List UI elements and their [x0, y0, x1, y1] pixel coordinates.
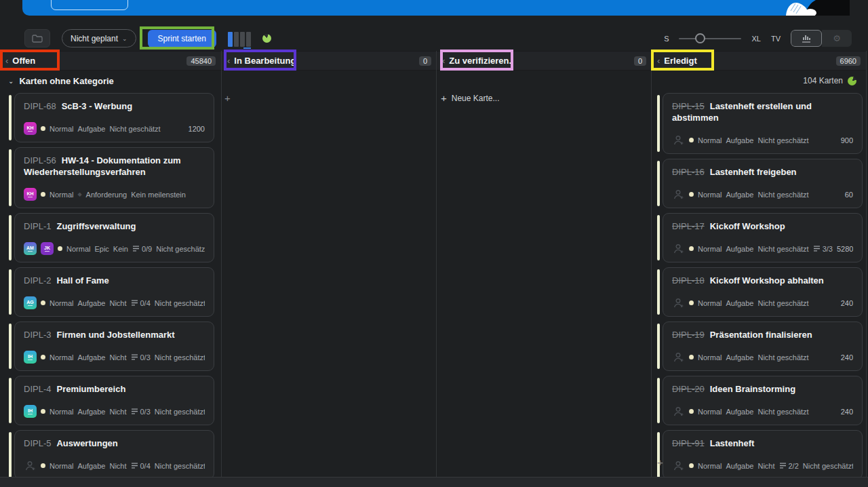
card-meta-item: Normal — [698, 462, 722, 470]
card-effort-value: 240 — [841, 353, 853, 362]
card-meta-item: Aufgabe — [77, 462, 105, 470]
card-head: DIPL-2Hall of Fame — [24, 275, 205, 286]
subtasks-count: 0/3 — [140, 408, 151, 416]
kanban-card[interactable]: DIPL-1ZugriffsverwaltungAMJKNormalEpicKe… — [14, 213, 214, 262]
assignee-placeholder-icon[interactable] — [672, 188, 685, 201]
avatar-am[interactable]: AM — [24, 242, 37, 255]
card-effort-value: 5280 — [837, 245, 853, 253]
kanban-card[interactable]: DIPL-91LastenheftNormalAufgabeNicht2/2Ni… — [663, 430, 863, 477]
subtasks-indicator: 0/4 — [131, 462, 151, 470]
column-header-erledigt[interactable]: ‹ Erledigt 6960 — [652, 51, 866, 71]
card-head: DIPL-68ScB-3 - Werbung — [24, 100, 205, 112]
collapse-column-icon[interactable]: ‹ — [227, 56, 230, 66]
kanban-card[interactable]: DIPL-68ScB-3 - WerbungKHNormalAufgabeNic… — [14, 93, 214, 142]
card-meta-item: Aufgabe — [726, 191, 753, 199]
collapse-section-icon[interactable]: ⌄ — [8, 77, 14, 85]
assignee-placeholder-icon[interactable] — [672, 351, 685, 364]
card-head: DIPL-18Kickoff Workshop abhalten — [672, 275, 853, 286]
add-card-button-erledigt[interactable]: + — [657, 456, 663, 468]
settings-button[interactable]: ⚙ — [822, 30, 852, 47]
column-header-zu-verifizieren[interactable]: ‹ Zu verifizieren. 0 — [437, 51, 652, 71]
subtasks-indicator: 3/3 — [813, 245, 833, 253]
column-header-in-bearbeitung[interactable]: ‹ In Bearbeitung 0 — [222, 51, 437, 71]
card-meta-item: Normal — [698, 245, 722, 253]
card-meta-item: Normal — [66, 245, 90, 253]
collapse-column-icon[interactable]: ‹ — [5, 56, 8, 66]
subtasks-icon — [131, 462, 138, 469]
priority-dot-icon — [41, 192, 45, 197]
kanban-card[interactable]: DIPL-5AuswertungenNormalAufgabeNicht0/4N… — [14, 430, 214, 477]
card-title: Hall of Fame — [56, 275, 108, 286]
card-meta: NormalAufgabeNicht geschätzt900 — [672, 133, 853, 147]
folder-button[interactable] — [24, 29, 50, 47]
kanban-card[interactable]: DIPL-15Lastenheft erstellen und abstimme… — [663, 93, 863, 154]
avatar-ag[interactable]: AG — [24, 296, 37, 309]
card-meta-item: Nicht geschätzt — [109, 125, 160, 133]
card-meta-item: Aufgabe — [726, 136, 753, 144]
subtasks-count: 3/3 — [823, 245, 833, 253]
slider-knob[interactable] — [695, 33, 705, 43]
banner-button[interactable] — [51, 0, 128, 10]
avatar-jk[interactable]: JK — [41, 242, 54, 255]
kanban-card[interactable]: DIPL-16Lastenheft freigebenNormalAufgabe… — [663, 159, 863, 208]
tv-mode-button[interactable]: TV — [771, 35, 781, 43]
kanban-card[interactable]: DIPL-20Ideen BrainstormingNormalAufgabeN… — [663, 376, 863, 425]
avatar-ih[interactable]: IH — [24, 351, 37, 364]
kanban-card[interactable]: DIPL-19Präsentation finalisierenNormalAu… — [663, 322, 863, 371]
card-meta-item: Normal — [698, 299, 722, 307]
card-title: Premiumbereich — [56, 384, 125, 394]
kanban-card[interactable]: DIPL-56HW-14 - Dokumentation zum Wiederh… — [14, 147, 214, 208]
chart-view-button[interactable] — [791, 30, 822, 47]
collapse-column-icon[interactable]: ‹ — [657, 56, 660, 66]
column-header-offen[interactable]: ‹ Offen 45840 — [0, 51, 221, 71]
column-title: Zu verifizieren. — [449, 56, 511, 66]
sprint-filter-dropdown[interactable]: Nicht geplant ⌄ — [62, 29, 136, 47]
card-size-slider[interactable] — [679, 33, 741, 43]
section-title[interactable]: Karten ohne Kategorie — [19, 76, 113, 86]
kanban-board-app: Nicht geplant ⌄ Sprint starten S XL T — [0, 0, 868, 487]
kanban-card[interactable]: DIPL-3Firmen und JobstellenmarktIHNormal… — [14, 322, 214, 371]
card-meta-item: Nicht geschätzt — [803, 462, 853, 470]
column-count-badge: 45840 — [186, 56, 216, 66]
card-id: DIPL-1 — [24, 221, 51, 231]
card-meta-item: Aufgabe — [77, 408, 105, 416]
avatar-ih[interactable]: IH — [24, 405, 37, 418]
card-meta-item: Nicht geschätzt — [155, 299, 205, 307]
priority-dot-icon — [41, 126, 45, 131]
card-meta: NormalAufgabeNicht2/2Nicht geschätzt — [672, 459, 853, 473]
kanban-card[interactable]: DIPL-17Kickoff WorkshopNormalAufgabeNich… — [663, 213, 863, 262]
assignee-placeholder-icon[interactable] — [672, 459, 685, 472]
card-meta: NormalAufgabeNicht0/4Nicht geschätzt — [24, 459, 205, 473]
priority-dot-icon — [689, 192, 694, 197]
priority-dot-icon — [689, 300, 694, 305]
column-bar — [240, 32, 245, 47]
kanban-card[interactable]: DIPL-2Hall of FameAGNormalAufgabeNicht0/… — [14, 267, 214, 317]
assignee-placeholder-icon[interactable] — [672, 296, 685, 309]
card-id: DIPL-20 — [672, 384, 705, 394]
assignee-placeholder-icon[interactable] — [24, 459, 37, 472]
plus-icon: + — [224, 92, 231, 104]
collapse-column-icon[interactable]: ‹ — [442, 56, 445, 66]
priority-dot-icon — [58, 246, 62, 251]
card-head: DIPL-20Ideen Brainstorming — [672, 383, 853, 395]
assignee-placeholder-icon[interactable] — [672, 242, 685, 255]
card-meta-item: Nicht geschätzt — [155, 353, 205, 362]
kanban-card[interactable]: DIPL-18Kickoff Workshop abhaltenNormalAu… — [663, 267, 863, 317]
assignee-placeholder-icon[interactable] — [672, 134, 685, 147]
card-meta-item: Normal — [50, 299, 73, 307]
card-meta-item: Aufgabe — [726, 353, 753, 362]
card-effort-value: 240 — [841, 408, 853, 416]
avatar-kh[interactable]: KH — [24, 188, 37, 201]
card-head: DIPL-56HW-14 - Dokumentation zum Wiederh… — [24, 155, 205, 178]
kanban-card[interactable]: DIPL-4PremiumbereichIHNormalAufgabeNicht… — [14, 376, 214, 425]
add-card-button-zu-verifizieren[interactable]: + Neue Karte... — [441, 92, 499, 104]
column-layout-widget[interactable] — [228, 31, 251, 47]
card-meta-item: Nicht geschätzt — [757, 245, 808, 253]
assignee-placeholder-icon[interactable] — [672, 405, 685, 418]
card-stripe — [9, 95, 12, 140]
sprint-start-button[interactable]: Sprint starten — [148, 30, 216, 47]
add-card-button-in-bearbeitung[interactable]: + — [224, 92, 231, 104]
timer-pie-icon[interactable] — [262, 34, 271, 43]
avatar-kh[interactable]: KH — [24, 122, 37, 135]
card-head: DIPL-15Lastenheft erstellen und abstimme… — [672, 100, 853, 123]
